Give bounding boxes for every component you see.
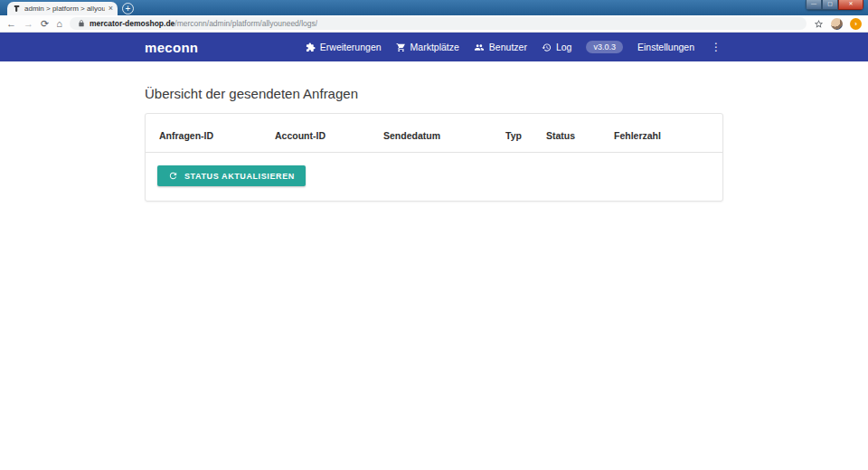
nav-item-label: Log: [556, 42, 572, 52]
page-content: Übersicht der gesendeten Anfragen Anfrag…: [0, 61, 868, 469]
tab-close-icon[interactable]: ×: [108, 5, 113, 13]
url-text: mercator-demoshop.de/merconn/admin/platf…: [90, 19, 317, 28]
table-header-row: Anfragen-ID Account-ID Sendedatum Typ St…: [146, 114, 722, 153]
status-refresh-button[interactable]: STATUS AKTUALISIEREN: [157, 165, 306, 186]
nav-item-einstellungen[interactable]: Einstellungen: [637, 42, 694, 52]
column-header-account-id: Account-ID: [275, 130, 383, 141]
table-body: STATUS AKTUALISIEREN: [146, 153, 722, 201]
nav-item-benutzer[interactable]: Benutzer: [474, 42, 527, 52]
close-button[interactable]: ✕: [838, 0, 863, 10]
page-title: Übersicht der gesendeten Anfragen: [145, 86, 723, 101]
back-icon[interactable]: ←: [6, 19, 16, 29]
maximize-button[interactable]: ▢: [822, 0, 838, 10]
logo[interactable]: meconn: [145, 40, 198, 55]
kebab-menu-icon[interactable]: ⋮: [709, 42, 723, 52]
column-header-anfragen-id: Anfragen-ID: [159, 130, 275, 141]
lock-icon[interactable]: [78, 20, 85, 27]
puzzle-icon: [306, 42, 316, 52]
tab-title: admin > platform > allyouneed: [24, 5, 105, 13]
nav-item-label: Benutzer: [489, 42, 527, 52]
requests-table-card: Anfragen-ID Account-ID Sendedatum Typ St…: [145, 113, 723, 202]
nav-item-log[interactable]: Log: [542, 42, 572, 52]
url-domain: mercator-demoshop.de: [90, 19, 175, 28]
reload-icon[interactable]: ⟳: [41, 19, 49, 29]
status-refresh-label: STATUS AKTUALISIEREN: [184, 172, 295, 181]
minimize-button[interactable]: —: [806, 0, 822, 10]
column-header-sendedatum: Sendedatum: [383, 130, 505, 141]
nav-item-erweiterungen[interactable]: Erweiterungen: [306, 42, 382, 52]
nav-item-label: Einstellungen: [637, 42, 694, 52]
refresh-icon: [168, 171, 178, 181]
window-controls: — ▢ ✕: [806, 0, 863, 10]
browser-tab[interactable]: admin > platform > allyouneed ×: [7, 2, 118, 15]
cart-icon: [396, 42, 406, 52]
forward-icon[interactable]: →: [24, 19, 33, 29]
profile-avatar[interactable]: [831, 18, 843, 30]
browser-toolbar: ← → ⟳ ⌂ mercator-demoshop.de/merconn/adm…: [0, 15, 868, 33]
bookmark-star-icon[interactable]: [814, 19, 824, 29]
column-header-typ: Typ: [505, 130, 546, 141]
extension-icon[interactable]: ›: [850, 18, 862, 30]
tab-favicon: [13, 5, 21, 13]
version-badge: v3.0.3: [586, 41, 623, 53]
nav-item-label: Erweiterungen: [320, 42, 382, 52]
column-header-fehlerzahl: Fehlerzahl: [614, 130, 709, 141]
url-path: /merconn/admin/platform/allyouneed/logs/: [175, 19, 317, 28]
address-bar[interactable]: mercator-demoshop.de/merconn/admin/platf…: [70, 17, 807, 30]
nav-item-label: Marktplätze: [410, 42, 459, 52]
new-tab-button[interactable]: +: [122, 3, 134, 14]
home-icon[interactable]: ⌂: [56, 19, 62, 29]
window-titlebar: admin > platform > allyouneed × + — ▢ ✕: [0, 0, 868, 15]
nav-item-marktplaetze[interactable]: Marktplätze: [396, 42, 459, 52]
history-icon: [542, 42, 552, 52]
people-icon: [474, 42, 485, 52]
column-header-status: Status: [546, 130, 614, 141]
site-navbar: meconn Erweiterungen Marktplätze Benutze…: [0, 33, 868, 61]
